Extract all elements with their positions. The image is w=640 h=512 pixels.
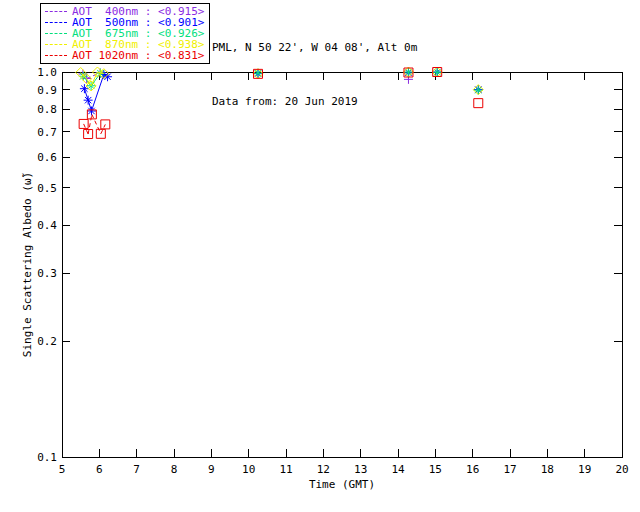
y-tick-label: 0.7: [37, 126, 57, 139]
y-tick-label: 0.4: [37, 219, 57, 232]
x-tick-label: 19: [578, 463, 591, 476]
x-tick-label: 6: [96, 463, 103, 476]
y-tick-label: 0.3: [37, 267, 57, 280]
y-tick-label: 0.5: [37, 182, 57, 195]
data-marker-asterisk: [84, 96, 93, 105]
plot-frame: [62, 72, 622, 457]
x-tick-label: 12: [317, 463, 330, 476]
legend: AOT 400nm : <0.915>AOT 500nm : <0.901>AO…: [40, 3, 210, 64]
x-tick-label: 13: [354, 463, 367, 476]
data-marker-asterisk: [433, 68, 442, 77]
y-tick-label: 1.0: [37, 66, 57, 79]
legend-line-sample: [45, 55, 67, 56]
series-line: [88, 114, 92, 134]
legend-label: AOT 1020nm : <0.831>: [72, 50, 204, 61]
x-tick-label: 7: [133, 463, 140, 476]
data-marker-square: [474, 99, 483, 108]
x-tick-label: 10: [242, 463, 255, 476]
legend-line-sample: [45, 22, 67, 23]
data-marker-asterisk: [87, 106, 96, 115]
x-tick-label: 15: [429, 463, 442, 476]
y-axis-title: Single Scattering Albedo (ω̃): [21, 172, 34, 357]
ssa-plot-page: AOT 400nm : <0.915>AOT 500nm : <0.901>AO…: [0, 0, 640, 512]
x-tick-label: 16: [466, 463, 479, 476]
x-tick-label: 5: [59, 463, 66, 476]
x-tick-label: 17: [503, 463, 516, 476]
data-marker-asterisk: [474, 86, 483, 95]
series-line: [84, 124, 88, 134]
x-tick-label: 8: [171, 463, 178, 476]
y-tick-label: 0.9: [37, 84, 57, 97]
x-tick-label: 9: [208, 463, 215, 476]
y-tick-label: 0.6: [37, 151, 57, 164]
x-tick-label: 14: [391, 463, 405, 476]
y-tick-label: 0.8: [37, 103, 57, 116]
x-axis-title: Time (GMT): [309, 478, 375, 491]
x-tick-label: 18: [541, 463, 554, 476]
legend-line-sample: [45, 11, 67, 12]
legend-line-sample: [45, 33, 67, 34]
legend-line-sample: [45, 44, 67, 45]
x-tick-label: 20: [615, 463, 628, 476]
y-tick-label: 0.2: [37, 335, 57, 348]
x-tick-label: 11: [279, 463, 292, 476]
data-marker-asterisk: [254, 69, 263, 78]
ssa-chart: 5678910111213141516171819200.10.20.30.40…: [0, 0, 640, 512]
data-marker-asterisk: [404, 68, 413, 77]
y-tick-label: 0.1: [37, 451, 57, 464]
legend-item-aot-1020nm: AOT 1020nm : <0.831>: [45, 50, 204, 61]
